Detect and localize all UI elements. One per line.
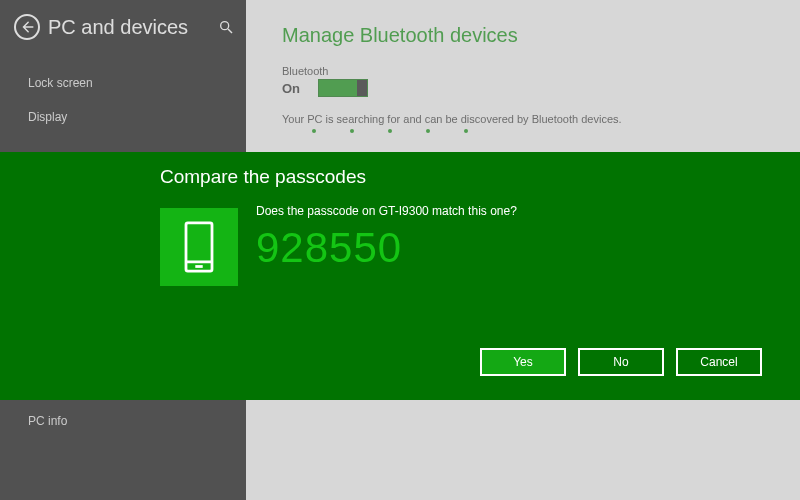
dialog-title: Compare the passcodes bbox=[160, 166, 800, 188]
cancel-button[interactable]: Cancel bbox=[676, 348, 762, 376]
dialog-prompt: Does the passcode on GT-I9300 match this… bbox=[256, 204, 517, 218]
svg-rect-2 bbox=[186, 223, 212, 271]
passcode-value: 928550 bbox=[256, 224, 517, 272]
phone-icon bbox=[177, 221, 221, 273]
passcode-dialog: Compare the passcodes Does the passcode … bbox=[0, 152, 800, 400]
no-button[interactable]: No bbox=[578, 348, 664, 376]
dialog-content: Does the passcode on GT-I9300 match this… bbox=[256, 202, 517, 286]
dialog-body: Does the passcode on GT-I9300 match this… bbox=[0, 202, 800, 286]
button-label: Yes bbox=[513, 355, 533, 369]
dialog-buttons: Yes No Cancel bbox=[480, 348, 762, 376]
device-tile bbox=[160, 208, 238, 286]
button-label: Cancel bbox=[700, 355, 737, 369]
button-label: No bbox=[613, 355, 628, 369]
yes-button[interactable]: Yes bbox=[480, 348, 566, 376]
